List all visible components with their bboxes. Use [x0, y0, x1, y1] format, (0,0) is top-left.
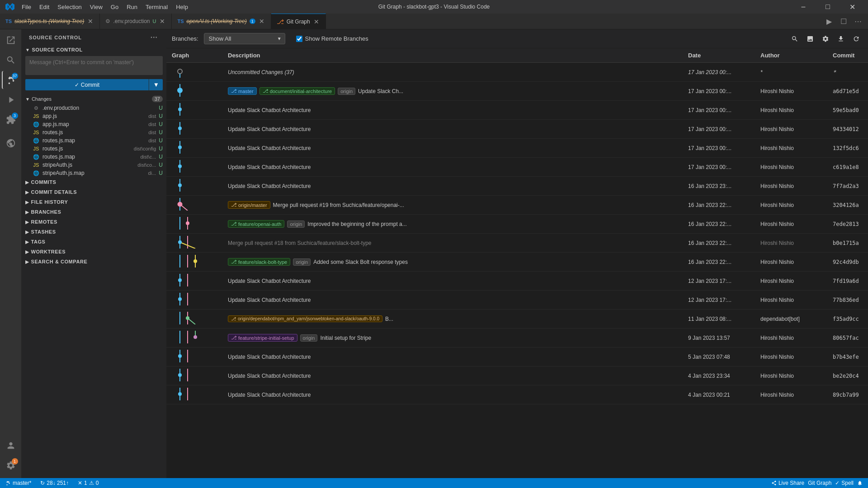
menu-selection[interactable]: Selection	[57, 4, 81, 10]
tab-close-env[interactable]: ✕	[159, 18, 166, 25]
spell-label: Spell	[841, 480, 854, 486]
table-row[interactable]: Update Slack Chatbot Architecture 17 Jan…	[166, 139, 868, 158]
activity-account[interactable]	[2, 436, 20, 455]
list-item[interactable]: JS app.js dist U	[22, 112, 166, 120]
menu-run[interactable]: Run	[127, 4, 137, 10]
sidebar-item-stashes[interactable]: ▶ STASHES	[22, 227, 166, 237]
git-graph-status[interactable]: Git Graph	[806, 480, 833, 486]
activity-settings[interactable]: 1	[2, 456, 20, 474]
tab-close-openai[interactable]: ✕	[258, 18, 265, 25]
show-remote-branches-toggle[interactable]: Show Remote Branches	[296, 35, 368, 42]
table-row[interactable]: Update Slack Chatbot Architecture 17 Jan…	[166, 101, 868, 120]
worktrees-label: WORKTREES	[31, 249, 66, 254]
live-share-status[interactable]: Live Share	[769, 480, 806, 486]
sidebar-item-search-compare[interactable]: ▶ SEARCH & COMPARE	[22, 257, 166, 267]
fetch-toolbar-button[interactable]	[835, 33, 847, 45]
split-editor-button[interactable]: ☐	[837, 15, 850, 28]
sidebar-item-commit-details[interactable]: ▶ COMMIT DETAILS	[22, 187, 166, 197]
table-row[interactable]: Update Slack Chatbot Architecture 17 Jan…	[166, 120, 868, 139]
run-button[interactable]: ▶	[823, 15, 835, 28]
table-row[interactable]: Uncommitted Changes (37) 17 Jan 2023 00:…	[166, 63, 868, 82]
activity-search[interactable]	[2, 51, 20, 69]
sidebar-item-remotes[interactable]: ▶ REMOTES	[22, 217, 166, 227]
menu-terminal[interactable]: Terminal	[146, 4, 168, 10]
tab-close-slackTypes[interactable]: ✕	[87, 18, 94, 25]
tab-close-gitGraph[interactable]: ✕	[313, 18, 320, 25]
date-cell: 16 Jan 2023 23:...	[683, 177, 755, 196]
activity-sourceControl[interactable]: 37	[2, 71, 20, 89]
sidebar-item-tags[interactable]: ▶ TAGS	[22, 237, 166, 247]
live-share-label: Live Share	[778, 480, 804, 486]
maximize-button[interactable]: □	[817, 0, 838, 14]
sidebar-item-file-history[interactable]: ▶ FILE HISTORY	[22, 197, 166, 207]
activity-extensions[interactable]: 3	[2, 111, 20, 129]
search-toolbar-button[interactable]	[788, 33, 801, 45]
table-row[interactable]: Update Slack Chatbot Architecture 12 Jan…	[166, 272, 868, 291]
tab-openAI[interactable]: TS openAI.ts (Working Tree) 1 ✕	[172, 14, 271, 29]
list-item[interactable]: JS stripeAuth.js dist\co... U	[22, 161, 166, 169]
error-status[interactable]: ✕ 1 ⚠ 0	[76, 478, 100, 488]
show-remote-checkbox[interactable]	[296, 36, 302, 42]
sidebar-item-branches[interactable]: ▶ BRANCHES	[22, 207, 166, 217]
commit-button[interactable]: ✓ Commit	[25, 79, 149, 90]
list-item[interactable]: ⚙ .env.production U	[22, 104, 166, 112]
close-button[interactable]: ✕	[842, 0, 863, 14]
table-row[interactable]: ⎇ origin/dependabot/npm_and_yarn/jsonweb…	[166, 310, 868, 328]
sidebar-item-commits[interactable]: ▶ COMMITS	[22, 177, 166, 187]
branch-tag-icon: ⎇	[263, 88, 269, 94]
table-row[interactable]: Update Slack Chatbot Architecture 4 Jan …	[166, 366, 868, 385]
menu-help[interactable]: Help	[176, 4, 188, 10]
menu-view[interactable]: View	[90, 4, 103, 10]
image-toolbar-button[interactable]	[804, 33, 816, 45]
table-row[interactable]: ⎇ master ⎇ document/initial-architecture…	[166, 82, 868, 101]
branch-status[interactable]: master*	[4, 478, 33, 488]
list-item[interactable]: 🌐 stripeAuth.js.map di... U	[22, 169, 166, 177]
menu-file[interactable]: File	[22, 4, 31, 10]
list-item[interactable]: JS routes.js dist\config U	[22, 145, 166, 153]
minimize-button[interactable]: –	[793, 0, 814, 14]
tab-envProduction[interactable]: ⚙ .env.production U ✕	[100, 14, 172, 29]
activity-explorer[interactable]	[2, 31, 20, 49]
tab-slackTypes[interactable]: TS slackTypes.ts (Working Tree) ✕	[0, 14, 100, 29]
list-item[interactable]: 🌐 routes.js.map dist U	[22, 136, 166, 145]
file-history-label: FILE HISTORY	[31, 199, 68, 205]
branch-select[interactable]: Show All	[204, 33, 285, 44]
more-tabs-button[interactable]: ⋯	[852, 15, 864, 28]
sidebar-more-button[interactable]: ⋯	[148, 32, 159, 43]
commit-details-label: COMMIT DETAILS	[31, 189, 77, 195]
table-row[interactable]: ⎇ feature/openai-auth origin Improved th…	[166, 215, 868, 234]
refresh-toolbar-button[interactable]	[850, 33, 863, 45]
spell-status[interactable]: ✓ Spell	[833, 480, 855, 486]
list-item[interactable]: 🌐 app.js.map dist U	[22, 120, 166, 128]
table-row[interactable]: Merge pull request #18 from Suchica/feat…	[166, 234, 868, 253]
table-row[interactable]: ⎇ feature/slack-bolt-type origin Added s…	[166, 253, 868, 272]
graph-table-wrapper[interactable]: Graph Description Date Author Commit	[166, 48, 868, 478]
menu-go[interactable]: Go	[111, 4, 118, 10]
tab-gitGraph[interactable]: ⎇ Git Graph ✕	[271, 14, 326, 29]
table-row[interactable]: Update Slack Chatbot Architecture 12 Jan…	[166, 291, 868, 310]
settings-toolbar-button[interactable]	[819, 33, 832, 45]
source-control-header[interactable]: ▼ Source Control	[22, 45, 166, 54]
commit-message-input[interactable]	[25, 56, 163, 75]
menu-edit[interactable]: Edit	[39, 4, 49, 10]
table-row[interactable]: Update Slack Chatbot Architecture 16 Jan…	[166, 177, 868, 196]
sync-status[interactable]: ↻ 28↓ 251↑	[38, 478, 71, 488]
sidebar-item-worktrees[interactable]: ▶ WORKTREES	[22, 247, 166, 257]
table-row[interactable]: Update Slack Chatbot Architecture 17 Jan…	[166, 158, 868, 177]
table-row[interactable]: ⎇ feature/stripe-initial-setup origin In…	[166, 328, 868, 347]
list-item[interactable]: 🌐 routes.js.map dist\c... U	[22, 153, 166, 161]
table-row[interactable]: ⎇ origin/master Merge pull request #19 f…	[166, 196, 868, 215]
description-cell: ⎇ feature/slack-bolt-type origin Added s…	[222, 253, 683, 272]
activity-remote[interactable]	[2, 134, 20, 152]
description-cell: Update Slack Chatbot Architecture	[222, 158, 683, 177]
file-status: U	[159, 162, 163, 168]
activity-run[interactable]	[2, 91, 20, 109]
list-item[interactable]: JS routes.js dist U	[22, 128, 166, 136]
author-cell: Hiroshi Nishio	[755, 101, 827, 120]
table-row[interactable]: Update Slack Chatbot Architecture 5 Jan …	[166, 347, 868, 366]
changes-header[interactable]: ▼ Changes 37	[22, 94, 166, 104]
commit-dropdown-button[interactable]: ▼	[149, 79, 163, 90]
table-row[interactable]: Update Slack Chatbot Architecture 4 Jan …	[166, 385, 868, 404]
notification-status[interactable]	[855, 480, 864, 486]
file-status: U	[159, 105, 163, 111]
